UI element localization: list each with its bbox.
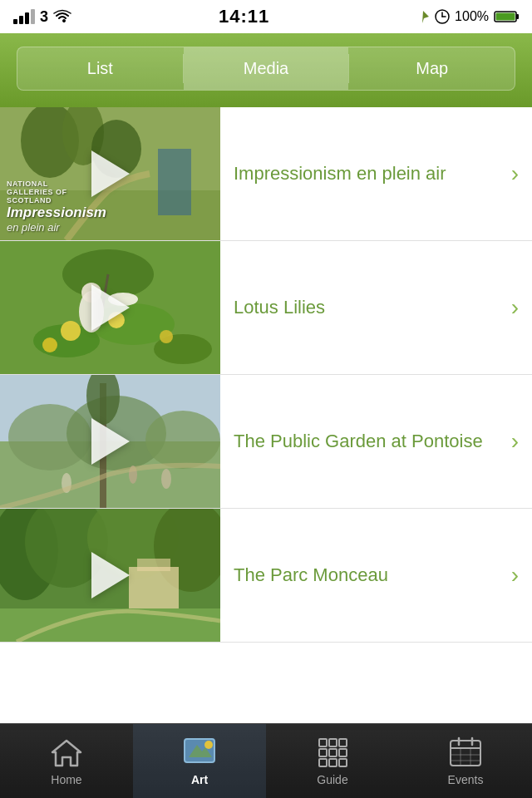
tab-list[interactable]: List bbox=[17, 47, 183, 90]
svg-rect-11 bbox=[158, 149, 191, 215]
signal-icon bbox=[13, 9, 35, 24]
media-info: The Parc Monceau › bbox=[220, 562, 532, 589]
chevron-right-icon: › bbox=[511, 428, 519, 455]
tab-map[interactable]: Map bbox=[349, 47, 515, 90]
nav-label-home: Home bbox=[51, 773, 81, 786]
location-icon bbox=[416, 10, 430, 23]
header: List Media Map bbox=[0, 33, 532, 107]
list-item[interactable]: Lotus Lilies › bbox=[0, 241, 532, 375]
thumb-title1: Impressionism bbox=[7, 204, 106, 221]
svg-point-16 bbox=[61, 321, 81, 341]
media-info: Impressionism en plein air › bbox=[220, 160, 532, 187]
status-left: 3 bbox=[13, 8, 71, 26]
svg-rect-41 bbox=[137, 559, 170, 571]
thumbnail-impressionism: NATIONALGALLERIES OFSCOTLAND Impressioni… bbox=[0, 107, 220, 240]
chevron-right-icon: › bbox=[511, 294, 519, 321]
nav-item-guide[interactable]: Guide bbox=[266, 724, 399, 798]
svg-rect-50 bbox=[319, 749, 327, 756]
svg-rect-51 bbox=[329, 749, 337, 756]
svg-rect-47 bbox=[319, 739, 327, 746]
thumb-title2: en plein air bbox=[7, 221, 106, 234]
events-icon bbox=[447, 736, 484, 769]
media-title: The Parc Monceau bbox=[234, 564, 503, 588]
svg-rect-52 bbox=[339, 749, 347, 756]
nav-item-events[interactable]: Events bbox=[399, 724, 532, 798]
svg-rect-5 bbox=[496, 13, 515, 21]
status-right: 100% bbox=[416, 9, 519, 24]
clock-icon bbox=[435, 9, 450, 24]
home-icon bbox=[48, 736, 85, 769]
chevron-right-icon: › bbox=[511, 562, 519, 589]
nav-item-art[interactable]: Art bbox=[133, 724, 266, 798]
svg-rect-53 bbox=[319, 759, 327, 766]
play-button[interactable] bbox=[91, 150, 130, 197]
thumbnail-lotus bbox=[0, 241, 220, 374]
media-info: Lotus Lilies › bbox=[220, 294, 532, 321]
bottom-nav: Home Art bbox=[0, 723, 532, 798]
carrier-label: 3 bbox=[40, 8, 48, 26]
media-list: NATIONALGALLERIES OFSCOTLAND Impressioni… bbox=[0, 107, 532, 729]
nav-label-art: Art bbox=[191, 773, 208, 786]
media-title: Impressionism en plein air bbox=[234, 162, 503, 186]
media-info: The Public Garden at Pontoise › bbox=[220, 428, 532, 455]
tab-media[interactable]: Media bbox=[184, 47, 349, 90]
play-button[interactable] bbox=[91, 418, 130, 465]
art-icon bbox=[181, 736, 218, 769]
svg-rect-55 bbox=[339, 759, 347, 766]
tab-bar: List Media Map bbox=[17, 47, 515, 91]
media-title: The Public Garden at Pontoise bbox=[234, 430, 503, 454]
play-button[interactable] bbox=[91, 552, 130, 598]
list-item[interactable]: NATIONALGALLERIES OFSCOTLAND Impressioni… bbox=[0, 107, 532, 241]
svg-point-29 bbox=[145, 411, 220, 469]
play-button[interactable] bbox=[91, 284, 130, 331]
battery-icon bbox=[494, 10, 519, 23]
svg-rect-4 bbox=[516, 14, 519, 19]
list-item[interactable]: The Public Garden at Pontoise › bbox=[0, 375, 532, 509]
battery-label: 100% bbox=[455, 9, 489, 24]
svg-rect-40 bbox=[129, 567, 179, 608]
guide-icon bbox=[314, 736, 351, 769]
wifi-icon bbox=[53, 9, 71, 24]
svg-rect-54 bbox=[329, 759, 337, 766]
media-title: Lotus Lilies bbox=[234, 296, 503, 320]
chevron-right-icon: › bbox=[511, 160, 519, 187]
thumbnail-garden bbox=[0, 375, 220, 508]
list-item[interactable]: The Parc Monceau › bbox=[0, 509, 532, 643]
svg-rect-48 bbox=[329, 739, 337, 746]
svg-point-18 bbox=[160, 330, 173, 343]
status-bar: 3 14:11 100% bbox=[0, 0, 532, 33]
nav-item-home[interactable]: Home bbox=[0, 724, 133, 798]
svg-point-34 bbox=[161, 469, 171, 489]
svg-rect-56 bbox=[451, 741, 480, 766]
svg-rect-49 bbox=[339, 739, 347, 746]
thumbnail-monceau bbox=[0, 509, 220, 642]
svg-point-46 bbox=[204, 741, 213, 749]
nav-label-guide: Guide bbox=[317, 773, 347, 786]
svg-point-19 bbox=[42, 337, 57, 352]
svg-marker-43 bbox=[52, 741, 81, 766]
nav-label-events: Events bbox=[448, 773, 484, 786]
time-display: 14:11 bbox=[219, 6, 269, 27]
